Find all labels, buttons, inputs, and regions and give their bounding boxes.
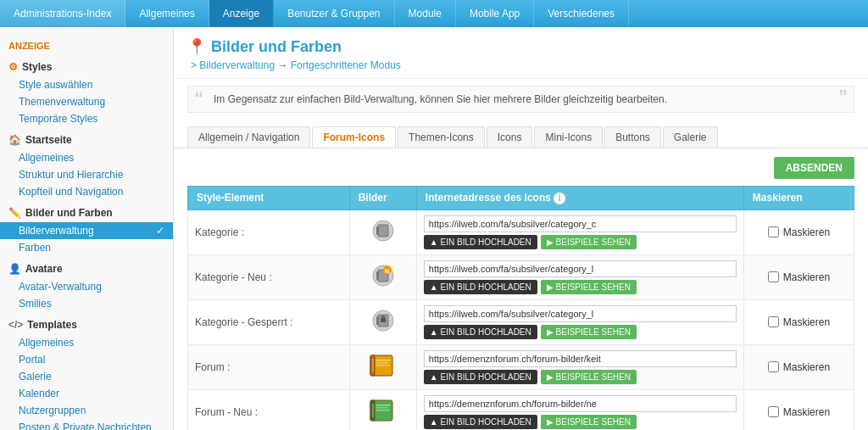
sidebar-item-bilderverwaltung[interactable]: Bilderverwaltung ✓ bbox=[0, 222, 173, 239]
url-cell: ▲ EIN BILD HOCHLADEN▶ BEISPIELE SEHEN bbox=[416, 299, 743, 344]
mask-label: Maskieren bbox=[783, 406, 830, 418]
style-element-cell: Forum : bbox=[188, 344, 350, 389]
sidebar-item-avatar-verwaltung[interactable]: Avatar-Verwaltung bbox=[0, 278, 173, 295]
style-element-cell: Kategorie : bbox=[188, 209, 350, 254]
image-cell bbox=[349, 299, 416, 344]
url-input[interactable] bbox=[424, 215, 737, 232]
top-nav-item-module[interactable]: Module bbox=[395, 0, 456, 27]
top-nav-item-allgemeines[interactable]: Allgemeines bbox=[125, 0, 209, 27]
sidebar-item-style-ausw-hlen[interactable]: Style auswählen bbox=[0, 76, 173, 93]
tab-icons[interactable]: Icons bbox=[487, 126, 533, 148]
sidebar-item-themenverwaltung[interactable]: Themenverwaltung bbox=[0, 93, 173, 110]
upload-button[interactable]: ▲ EIN BILD HOCHLADEN bbox=[424, 280, 537, 294]
mask-checkbox[interactable] bbox=[768, 406, 779, 417]
table-header-maskieren: Maskieren bbox=[743, 187, 854, 210]
sidebar-section-bilder-und-farben: ✏️ Bilder und Farben bbox=[0, 200, 173, 222]
tab-allgemein---navigation[interactable]: Allgemein / Navigation bbox=[187, 126, 310, 148]
sidebar-item-allgemeines[interactable]: Allgemeines bbox=[0, 334, 173, 351]
example-button[interactable]: ▶ BEISPIELE SEHEN bbox=[541, 280, 637, 294]
mask-cell: Maskieren bbox=[743, 344, 854, 389]
sidebar-item-struktur-und-hierarchie[interactable]: Struktur und Hierarchie bbox=[0, 166, 173, 183]
top-nav-item-verschiedenes[interactable]: Verschiedenes bbox=[534, 0, 629, 27]
top-nav-item-mobile-app[interactable]: Mobile App bbox=[456, 0, 534, 27]
sidebar-section-startseite: 🏠 Startseite bbox=[0, 127, 173, 149]
url-cell: ▲ EIN BILD HOCHLADEN▶ BEISPIELE SEHEN bbox=[416, 254, 743, 299]
url-input[interactable] bbox=[424, 395, 737, 412]
breadcrumb-current[interactable]: Fortgeschrittener Modus bbox=[291, 59, 401, 71]
upload-button[interactable]: ▲ EIN BILD HOCHLADEN bbox=[424, 235, 537, 249]
upload-button[interactable]: ▲ EIN BILD HOCHLADEN bbox=[424, 415, 537, 429]
sidebar-item-kalender[interactable]: Kalender bbox=[0, 385, 173, 402]
sidebar-item-posten---private-nachrichten[interactable]: Posten & Private Nachrichten bbox=[0, 419, 173, 430]
example-button[interactable]: ▶ BEISPIELE SEHEN bbox=[541, 370, 637, 384]
data-table: Style-ElementBilderInternetadresse des I… bbox=[187, 186, 854, 430]
sidebar: ANZEIGE⚙ StylesStyle auswählenThemenverw… bbox=[0, 27, 174, 430]
table-row: Kategorie - Neu : N ▲ EIN BILD HOCHLADEN… bbox=[188, 254, 854, 299]
svg-rect-17 bbox=[376, 362, 388, 364]
upload-button[interactable]: ▲ EIN BILD HOCHLADEN bbox=[424, 370, 537, 384]
style-element-cell: Kategorie - Neu : bbox=[188, 254, 350, 299]
example-button[interactable]: ▶ BEISPIELE SEHEN bbox=[541, 235, 637, 249]
tab-galerie[interactable]: Galerie bbox=[663, 126, 718, 148]
sidebar-item-galerie[interactable]: Galerie bbox=[0, 368, 173, 385]
table-row: Kategorie - Gesperrt : ▲ EIN BILD HOCHLA… bbox=[188, 299, 854, 344]
svg-rect-22 bbox=[376, 405, 391, 406]
tab-forum-icons[interactable]: Forum-Icons bbox=[312, 126, 396, 148]
svg-rect-5 bbox=[376, 271, 379, 280]
svg-rect-24 bbox=[376, 410, 390, 411]
image-cell bbox=[349, 209, 416, 254]
sidebar-item-farben[interactable]: Farben bbox=[0, 239, 173, 256]
url-cell: ▲ EIN BILD HOCHLADEN▶ BEISPIELE SEHEN bbox=[416, 389, 743, 430]
sidebar-item-allgemeines[interactable]: Allgemeines bbox=[0, 149, 173, 166]
breadcrumb-link[interactable]: Bilderverwaltung bbox=[199, 59, 275, 71]
top-navigation: Administrations-IndexAllgemeinesAnzeigeB… bbox=[0, 0, 868, 27]
mask-checkbox[interactable] bbox=[768, 316, 779, 327]
top-nav-item-administrations-index[interactable]: Administrations-Index bbox=[0, 0, 125, 27]
tab-mini-icons[interactable]: Mini-Icons bbox=[534, 126, 603, 148]
mask-cell: Maskieren bbox=[743, 299, 854, 344]
svg-rect-15 bbox=[372, 359, 374, 372]
sidebar-item-kopfteil-und-navigation[interactable]: Kopfteil und Navigation bbox=[0, 183, 173, 200]
mask-checkbox[interactable] bbox=[768, 361, 779, 372]
table-header-internetadresse-des-icons: Internetadresse des Icons i bbox=[416, 187, 743, 210]
table-area: ABSENDEN Style-ElementBilderInternetadre… bbox=[174, 148, 868, 430]
tab-buttons[interactable]: Buttons bbox=[604, 126, 661, 148]
url-input[interactable] bbox=[424, 350, 737, 367]
table-row: Forum - Neu : ▲ EIN BILD HOCHLADEN▶ BEIS… bbox=[188, 389, 854, 430]
url-cell: ▲ EIN BILD HOCHLADEN▶ BEISPIELE SEHEN bbox=[416, 209, 743, 254]
style-element-cell: Kategorie - Gesperrt : bbox=[188, 299, 350, 344]
absenden-button[interactable]: ABSENDEN bbox=[774, 157, 854, 179]
mask-label: Maskieren bbox=[783, 226, 830, 238]
page-title: 📍 Bilder und Farben bbox=[187, 37, 854, 56]
table-header-bilder: Bilder bbox=[349, 187, 416, 210]
image-cell bbox=[349, 344, 416, 389]
mask-checkbox[interactable] bbox=[768, 226, 779, 237]
mask-checkbox[interactable] bbox=[768, 271, 779, 282]
url-input[interactable] bbox=[424, 260, 737, 277]
example-button[interactable]: ▶ BEISPIELE SEHEN bbox=[541, 325, 637, 339]
top-nav-item-anzeige[interactable]: Anzeige bbox=[209, 0, 274, 27]
url-cell: ▲ EIN BILD HOCHLADEN▶ BEISPIELE SEHEN bbox=[416, 344, 743, 389]
mask-label: Maskieren bbox=[783, 361, 830, 373]
example-button[interactable]: ▶ BEISPIELE SEHEN bbox=[541, 415, 637, 429]
tab-themen-icons[interactable]: Themen-Icons bbox=[398, 126, 485, 148]
table-row: Kategorie : ▲ EIN BILD HOCHLADEN▶ BEISPI… bbox=[188, 209, 854, 254]
image-cell bbox=[349, 389, 416, 430]
svg-rect-23 bbox=[376, 407, 388, 409]
upload-button[interactable]: ▲ EIN BILD HOCHLADEN bbox=[424, 325, 537, 339]
top-nav-item-benutzer---gruppen[interactable]: Benutzer & Gruppen bbox=[274, 0, 394, 27]
sidebar-item-portal[interactable]: Portal bbox=[0, 351, 173, 368]
url-input[interactable] bbox=[424, 305, 737, 322]
svg-rect-18 bbox=[376, 365, 390, 366]
image-cell: N bbox=[349, 254, 416, 299]
sidebar-section-avatare: 👤 Avatare bbox=[0, 256, 173, 278]
sidebar-item-nutzergruppen[interactable]: Nutzergruppen bbox=[0, 402, 173, 419]
mask-cell: Maskieren bbox=[743, 389, 854, 430]
sidebar-item-tempor-re-styles[interactable]: Temporäre Styles bbox=[0, 110, 173, 127]
svg-rect-2 bbox=[376, 226, 379, 235]
breadcrumb: > Bilderverwaltung → Fortgeschrittener M… bbox=[187, 59, 854, 71]
svg-rect-1 bbox=[378, 225, 388, 237]
sidebar-section-templates: </> Templates bbox=[0, 312, 173, 334]
sidebar-item-smilies[interactable]: Smilies bbox=[0, 295, 173, 312]
info-icon[interactable]: i bbox=[554, 193, 565, 204]
